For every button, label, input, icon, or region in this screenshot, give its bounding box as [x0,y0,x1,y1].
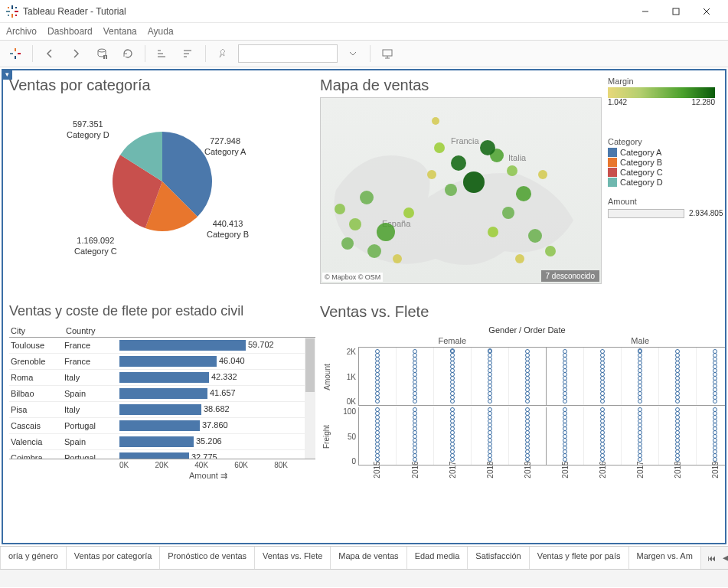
tab-mapa[interactable]: Mapa de ventas [331,547,406,569]
pin-button[interactable] [212,43,233,64]
titlebar: Tableau Reader - Tutorial [0,0,728,23]
svg-point-39 [445,184,457,196]
toolbar [0,40,728,67]
dashboard-area: ▾ Ventas por categoría 727.948Category A… [2,69,726,544]
svg-rect-13 [15,56,16,59]
tab-first-icon[interactable]: ⏮ [706,552,718,564]
tab-partial-left[interactable]: oría y género [0,547,67,569]
svg-rect-20 [158,53,163,54]
tab-partial-right[interactable]: Margen vs. Am [629,547,701,569]
presentation-button[interactable] [377,43,398,64]
svg-point-44 [516,186,531,201]
tab-ventas-flete[interactable]: Ventas vs. Flete [255,547,331,569]
svg-point-34 [335,204,345,214]
table-row[interactable]: GrenobleFrance46.040 [9,354,315,370]
tab-ventas-flete-pais[interactable]: Ventas y flete por país [530,547,629,569]
table-row[interactable]: RomaItaly42.332 [9,370,315,386]
forward-button[interactable] [65,43,87,64]
table-row[interactable]: ToulouseFrance59.702 [9,338,315,354]
scrollbar[interactable] [305,338,315,459]
svg-rect-18 [106,55,107,59]
pie-label-c: 1.169.092Category C [74,235,117,257]
app-logo-icon [6,5,18,18]
map-unknown-badge[interactable]: 7 desconocido [541,270,600,282]
svg-rect-2 [6,11,10,12]
svg-point-16 [98,49,106,52]
table-row[interactable]: ValenciaSpain35.206 [9,434,315,450]
table-row[interactable]: PisaItaly38.682 [9,402,315,418]
svg-rect-23 [184,53,189,54]
tab-edad[interactable]: Edad media [407,547,468,569]
svg-point-38 [427,170,436,179]
svg-rect-0 [11,5,13,9]
svg-point-33 [393,254,402,263]
pie-title: Ventas por categoría [9,77,315,94]
tab-satisfaccion[interactable]: Satisfacción [468,547,529,569]
maximize-button[interactable] [661,1,691,22]
corner-handle[interactable]: ▾ [2,69,12,80]
refresh-button[interactable] [117,43,139,64]
svg-point-40 [463,172,485,193]
menu-window[interactable]: Ventana [103,26,137,37]
pie-chart[interactable] [109,128,216,235]
svg-point-48 [545,246,556,256]
menu-dashboard[interactable]: Dashboard [47,26,93,37]
svg-rect-17 [103,55,105,59]
legend-cat-d[interactable]: Category D [608,178,726,187]
svg-point-51 [538,170,547,179]
panel-bars: Ventas y coste de flete por estado civil… [9,303,315,541]
tableau-logo-button[interactable] [5,43,26,64]
svg-point-49 [515,254,524,263]
legend-cat-c[interactable]: Category C [608,168,726,177]
svg-rect-6 [8,15,9,16]
map-title: Mapa de ventas [320,77,603,94]
panel-legend: Margin 1.04212.280 Category Category A C… [608,77,726,299]
panel-map: Mapa de ventas Francia España Italia © M… [320,77,603,299]
scatter-amount[interactable] [358,348,726,406]
chevron-down-icon[interactable] [342,43,364,64]
table-row[interactable]: BilbaoSpain41.657 [9,386,315,402]
amount-slider[interactable] [608,209,684,218]
highlight-select[interactable] [238,44,338,63]
svg-point-37 [451,155,466,171]
map-bubbles [321,98,602,284]
sales-map[interactable]: Francia España Italia © Mapbox © OSM 7 d… [320,97,602,284]
svg-point-41 [432,117,439,125]
svg-point-45 [502,207,514,219]
panel-pie: Ventas por categoría 727.948Category A 4… [9,77,315,299]
svg-rect-4 [8,7,9,8]
bar-table[interactable]: ToulouseFrance59.702GrenobleFrance46.040… [9,337,315,459]
svg-point-28 [360,191,374,204]
menu-file[interactable]: Archivo [6,26,37,37]
window-title: Tableau Reader - Tutorial [23,6,630,17]
scatter-freight[interactable] [358,407,726,466]
menu-help[interactable]: Ayuda [148,26,174,37]
margin-gradient[interactable] [608,87,715,98]
svg-rect-3 [15,11,18,12]
sort-asc-button[interactable] [152,43,173,64]
sheet-tabs: oría y género Ventas por categoría Pronó… [0,546,728,569]
tab-pronostico[interactable]: Pronóstico de ventas [160,547,255,569]
data-source-button[interactable] [91,43,113,64]
svg-point-50 [480,140,495,155]
close-button[interactable] [691,1,722,22]
legend-cat-b[interactable]: Category B [608,158,726,167]
svg-rect-15 [18,53,21,54]
legend-cat-a[interactable]: Category A [608,148,726,157]
svg-point-35 [341,237,354,250]
table-row[interactable]: CascaisPortugal37.860 [9,418,315,434]
tab-prev-icon[interactable]: ◀ [720,552,728,564]
table-row[interactable]: CoimbraPortugal32.775 [9,450,315,459]
minimize-button[interactable] [630,1,661,22]
svg-point-47 [488,227,498,237]
svg-point-31 [403,207,414,218]
back-button[interactable] [39,43,60,64]
svg-point-43 [507,165,517,176]
svg-point-46 [528,229,542,243]
bars-title: Ventas y coste de flete por estado civil [9,303,315,320]
sort-desc-button[interactable] [178,43,199,64]
tab-ventas-categoria[interactable]: Ventas por categoría [67,547,161,569]
svg-point-32 [367,244,381,258]
scatter-title: Ventas vs. Flete [320,303,726,321]
menubar: Archivo Dashboard Ventana Ayuda [0,23,728,40]
